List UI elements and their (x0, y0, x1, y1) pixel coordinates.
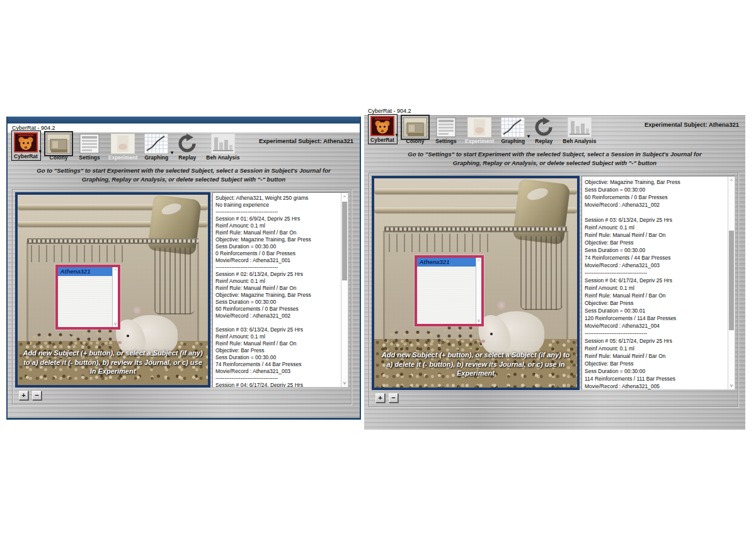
remove-subject-button[interactable]: − (32, 391, 42, 400)
subject-buttons: + − (375, 393, 735, 403)
journal-line: Reinf Amount: 0.1 ml (215, 222, 338, 229)
rat (479, 295, 544, 355)
journal-line: 114 Reinforcements / 111 Bar Presses (585, 375, 725, 383)
journal-scrollbar[interactable]: ^ v (728, 176, 735, 389)
subject-listbox[interactable]: Athena321 ^ v (55, 265, 120, 330)
experiment-icon (111, 134, 135, 154)
scroll-up-arrow[interactable]: ^ (476, 258, 481, 263)
journal-line: Movie/Record : Athena321_003 (215, 368, 338, 375)
journal-line: 0 Reinforcements / 0 Bar Presses (215, 250, 338, 257)
journal-line: Movie/Record : Athena321_001 (215, 257, 338, 264)
add-subject-button[interactable]: + (19, 391, 28, 400)
cyberrat-icon (370, 116, 394, 136)
scroll-up-arrow[interactable]: ^ (113, 268, 118, 273)
journal-scroll-thumb[interactable] (729, 231, 734, 330)
journal-line: Session # 04: 6/17/24, Depriv 25 Hrs (215, 382, 338, 388)
journal-line: 60 Reinforcements / 0 Bar Presses (585, 193, 725, 201)
toolbar-button-label: Settings (79, 154, 100, 161)
journal-line: ----------------------------------- (215, 264, 338, 271)
toolbar-button-experiment[interactable]: Experiment (108, 134, 137, 161)
scroll-down-arrow[interactable]: v (728, 382, 735, 389)
toolbar-button-beh-analysis[interactable]: Beh Analysis (206, 134, 239, 161)
journal-line: Sess Duration = 00:30:00 (215, 299, 338, 306)
journal-line: Session # 03: 6/13/24, Depriv 25 Hrs (585, 216, 725, 224)
journal-scroll-thumb[interactable] (342, 202, 347, 280)
toolbar-button-graphing[interactable]: Graphing (144, 134, 168, 161)
journal-line: Reinf Amount: 0.1 ml (585, 224, 725, 231)
journal-line: Session # 01: 6/9/24, Depriv 25 Hrs (215, 216, 338, 222)
subject-list-item[interactable]: Athena321 (417, 258, 475, 267)
remove-subject-button[interactable]: − (389, 393, 398, 403)
journal-line: Session # 02: 6/13/24, Depriv 25 Hrs (215, 271, 338, 278)
scroll-down-arrow[interactable]: v (476, 318, 481, 323)
scroll-down-arrow[interactable]: v (113, 321, 118, 326)
toolbar-button-experiment[interactable]: Experiment (465, 117, 494, 144)
toolbar-button-settings[interactable]: Settings (434, 117, 458, 144)
settings-icon (434, 117, 458, 137)
journal-line: Objective: Bar Press (215, 347, 338, 354)
journal-text: Objective: Magazine Training, Bar PressS… (582, 176, 735, 390)
colony-panel: Athena321 ^ v Add new Subject (+ button)… (12, 189, 352, 405)
colony-caption: Add new Subject (+ button), or select a … (378, 350, 573, 378)
colony-photo: Athena321 ^ v Add new Subject (+ button)… (15, 192, 210, 388)
subject-list-scrollbar[interactable]: ^ v (112, 267, 118, 327)
subject-buttons: + − (19, 391, 348, 400)
graphing-icon (144, 134, 168, 154)
window-title: CyberRat - 904.2 (8, 124, 360, 132)
subject-list-scrollbar[interactable]: ^ v (476, 258, 481, 324)
journal-line: Objective: Bar Press (585, 299, 725, 307)
scroll-up-arrow[interactable]: ^ (341, 193, 348, 200)
journal-line (585, 209, 725, 216)
toolbar-button-label: Graphing (144, 154, 168, 161)
journal-line: Sess Duration = 00:30.00 (585, 246, 725, 254)
toolbar-button-beh-analysis[interactable]: Beh Analysis (563, 117, 596, 144)
toolbar-button-colony[interactable]: Colony (403, 117, 427, 144)
cage-lid (27, 238, 198, 244)
toolbar: Experimental Subject: Athena321 CyberRat… (364, 116, 745, 146)
journal-line (215, 319, 338, 326)
scroll-down-arrow[interactable]: v (341, 379, 348, 386)
journal-line: Objective: Magazine Training, Bar Press (215, 292, 338, 299)
title-bar[interactable] (8, 117, 360, 124)
toolbar-button-label: Settings (435, 138, 457, 144)
window-body: Experimental Subject: Athena321 CyberRat… (364, 115, 745, 430)
toolbar-button-colony[interactable]: Colony (47, 134, 71, 161)
subject-list-item[interactable]: Athena321 (58, 267, 112, 276)
toolbar-button-graphing[interactable]: Graphing (501, 117, 525, 144)
add-subject-button[interactable]: + (375, 393, 385, 403)
journal-line: Reinf Rule: Manual Reinf / Bar On (585, 352, 725, 360)
journal-scrollbar[interactable]: ^ v (341, 193, 348, 387)
toolbar-button-label: Graphing (501, 138, 525, 144)
toolbar: Experimental Subject: Athena321 CyberRat… (8, 132, 360, 162)
toolbar-button-replay[interactable]: Replay (532, 117, 556, 144)
journal-line: 74 Reinforcements / 44 Bar Presses (585, 254, 725, 262)
replay-icon (175, 134, 199, 154)
journal-line: Session # 04: 6/17/24, Depriv 25 Hrs (585, 277, 725, 284)
journal-line: Movie/Record : Athena321_005 (585, 383, 725, 390)
experiment-icon (467, 117, 491, 137)
toolbar-button-label: Replay (178, 154, 196, 161)
toolbar-button-settings[interactable]: Settings (77, 134, 101, 161)
scroll-up-arrow[interactable]: ^ (728, 177, 735, 184)
subject-listbox[interactable]: Athena321 ^ v (415, 255, 483, 326)
journal-line: Movie/Record : Athena321_004 (585, 322, 725, 330)
journal-line: Sess Duration = 00:30.01 (585, 307, 725, 314)
toolbar-button-cyberrat[interactable]: CyberRat (11, 130, 41, 161)
cage-lid (384, 226, 567, 232)
subject-journal[interactable]: Objective: Magazine Training, Bar PressS… (581, 176, 735, 390)
instruction-text: Go to "Settings" to start Experiment wit… (33, 166, 335, 184)
cyberrat-window-front: CyberRat - 904.2 Experimental Subject: A… (364, 107, 745, 430)
journal-line: Objective: Bar Press (585, 239, 725, 246)
cage-lid-wires (31, 245, 126, 262)
toolbar-button-replay[interactable]: Replay (175, 134, 199, 161)
journal-line: ----------------------------------- (215, 209, 338, 216)
colony-icon (403, 117, 427, 137)
journal-line: Reinf Rule: Manual Reinf / Bar On (215, 285, 338, 292)
toolbar-button-label: CyberRat (14, 153, 38, 159)
toolbar-button-label: Experiment (108, 154, 137, 161)
toolbar-button-cyberrat[interactable]: CyberRat (368, 114, 398, 144)
beh-analysis-icon (568, 117, 592, 137)
subject-journal[interactable]: Subject: Athena321, Weight 250 gramsNo t… (212, 192, 348, 388)
journal-line: Reinf Amount: 0.1 ml (585, 284, 725, 292)
beh-analysis-icon (211, 134, 235, 154)
